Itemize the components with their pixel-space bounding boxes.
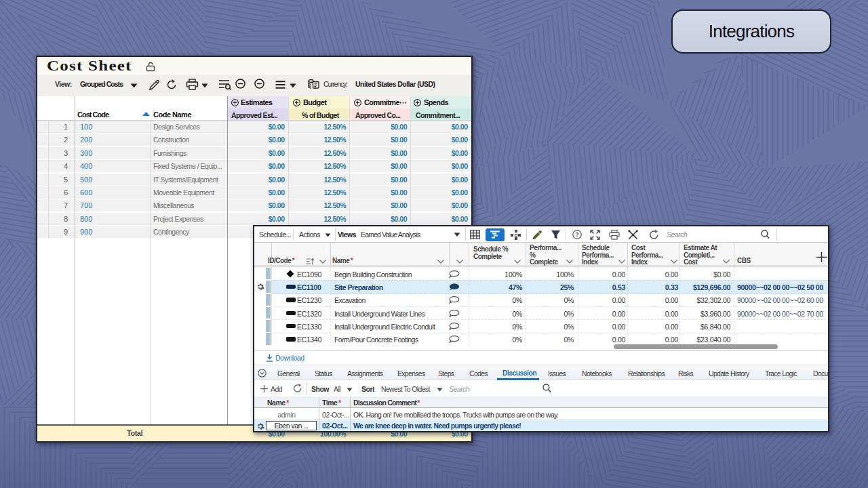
- svg-text:?: ?: [575, 231, 579, 238]
